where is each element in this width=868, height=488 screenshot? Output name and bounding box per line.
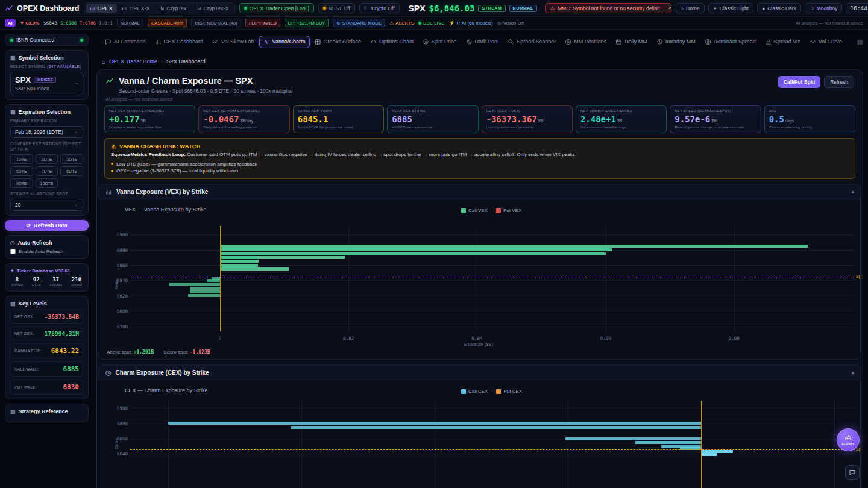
tab-ai-command[interactable]: AI Command (101, 36, 150, 48)
symbol-price-group: SPX $6,846.03 STREAM NORMAL (409, 4, 537, 13)
vision-toggle[interactable]: ◎Vision Off (497, 20, 524, 26)
theme-moonboy-button[interactable]: ☽Moonboy (805, 3, 843, 13)
y-tick-label: 6800 (106, 308, 128, 314)
columns-icon[interactable]: ▥ (857, 38, 863, 46)
dte-option-8dte[interactable]: 8DTE (60, 166, 83, 176)
close-icon[interactable]: ✕ (668, 5, 671, 11)
dte-option-3dte[interactable]: 3DTE (60, 154, 83, 164)
dte-option-9dte[interactable]: 9DTE (10, 178, 33, 188)
globe-icon (705, 39, 711, 45)
exposure-bar (701, 453, 717, 456)
trader-status-pill: OPEX Trader Open [LIVE] (239, 3, 314, 13)
symbol-select[interactable]: SPX INDICES S&P 500 Index ⌄ (10, 72, 83, 95)
strikes-select[interactable]: 20⌄ (10, 199, 83, 211)
tab-dark-pool[interactable]: Dark Pool (462, 36, 503, 48)
refresh-button[interactable]: Refresh (824, 76, 854, 88)
chat-button[interactable] (845, 465, 860, 480)
gridline (130, 408, 855, 408)
legend-item: Put CEX (496, 389, 522, 394)
ai-disclaimer: AI analysis — not financial advice (97, 94, 863, 102)
home-button[interactable]: ⌂Home (676, 3, 705, 13)
error-alert-banner: ⚠ MMC: Symbol not found or no security d… (545, 3, 671, 13)
vex-panel-header[interactable]: Vanna Exposure (VEX) by Strike ▴ (99, 184, 860, 199)
theme-classic-light-button[interactable]: ✦Classic Light (708, 3, 753, 13)
primary-expiration-select[interactable]: Feb 18, 2026 (1DTE)⌄ (10, 126, 83, 138)
cex-legend: Call CEXPut CEX (461, 389, 522, 394)
tab-spread-scanner[interactable]: Spread Scanner (503, 36, 560, 48)
auto-refresh-toggle[interactable]: Enable Auto-Refresh (10, 249, 83, 254)
metric-value: 0.5 (769, 114, 784, 124)
metric-value: -36373.367 (486, 114, 537, 124)
logo-chart-icon (5, 4, 14, 13)
tab-vol-curve[interactable]: Vol Curve (805, 36, 846, 48)
level-ratio: 1.0:1 (99, 20, 113, 26)
dte-option-6dte[interactable]: 6DTE (10, 166, 33, 176)
exposure-bar (220, 264, 258, 267)
tab-spot-price[interactable]: Spot Price (418, 36, 461, 48)
timer-icon: ◷ (10, 240, 15, 246)
metric-card-7: DTE 0.5days Charm accelerating rapidly (764, 105, 855, 133)
primary-expiration-label: PRIMARY EXPIRATION (10, 118, 83, 124)
tab-dominant-spread[interactable]: Dominant Spread (700, 36, 760, 48)
home-icon[interactable]: ⌂ (102, 58, 105, 65)
dte-option-2dte[interactable]: 2DTE (36, 154, 58, 164)
tab-spread-viz[interactable]: Spread Viz (761, 36, 805, 48)
app-tab-cryptex[interactable]: CrypTex (155, 4, 191, 13)
metric-label: NET SPEED (DGAMMA/DSPOT) (675, 109, 756, 113)
metric-card-6: NET SPEED (DGAMMA/DSPOT) 9.57e-6$B Rate … (670, 105, 761, 133)
metric-desc: Charm accelerating rapidly (769, 125, 851, 129)
metric-unit: $B (711, 119, 717, 123)
collapse-icon[interactable]: ▴ (851, 369, 854, 375)
ticker-stat-stocks: 210Stocks (71, 277, 82, 287)
auto-refresh-checkbox[interactable] (10, 249, 16, 254)
dte-option-7dte[interactable]: 7DTE (36, 166, 58, 176)
collapse-icon[interactable]: ▴ (851, 189, 854, 195)
bars-icon (90, 5, 95, 11)
app-tab-opex[interactable]: OPEX (86, 4, 117, 13)
app-tab-cryptex-x[interactable]: CrypTex-X (192, 4, 233, 13)
app-tab-opex-x[interactable]: OPEX-X (118, 4, 154, 13)
zero-axis-line (701, 401, 702, 488)
metric-label: NET VOMMA (DVEGA/DVOL) (580, 109, 662, 113)
symbol-ticker: SPX (15, 75, 31, 84)
refresh-data-button[interactable]: ⟳Refresh Data (5, 220, 89, 231)
call-put-split-button[interactable]: Call/Put Split (778, 76, 820, 88)
tab-greeks-surface[interactable]: Greeks Surface (310, 36, 366, 48)
gridline (348, 226, 349, 331)
tab-vanna-charm[interactable]: Vanna/Charm (259, 36, 310, 48)
dte-option-10dte[interactable]: 10DTE (36, 178, 58, 188)
tab-gex-dashboard[interactable]: GEX Dashboard (151, 36, 208, 48)
alert-text: MMC: Symbol not found or no security def… (558, 5, 664, 11)
theme-classic-dark-button[interactable]: ●Classic Dark (757, 3, 801, 13)
vex-panel: Vanna Exposure (VEX) by Strike ▴ VEX — V… (99, 184, 861, 360)
clock-icon (656, 39, 663, 45)
chevron-down-icon: ⌄ (74, 202, 78, 207)
vanna-crash-warning: ⚠VANNA CRASH RISK: WATCH SqueezeMetrics … (104, 138, 855, 179)
tab-options-chain[interactable]: Options Chain (366, 36, 418, 48)
metric-card-0: NET VEX (VANNA EXPOSURE) +0.177$B IV spi… (104, 105, 195, 133)
bell-icon: ⚠ (389, 20, 394, 26)
refresh-icon: ⟳ (26, 222, 31, 228)
rest-toggle-pill[interactable]: REST Off (318, 3, 355, 13)
standard-mode-badge: ⊕STANDARD MODE (333, 19, 385, 27)
down-arrow-icon: ▼ (20, 20, 25, 26)
alerts-indicator[interactable]: ⚠ALERTS (389, 20, 414, 26)
connection-status: IBKR Connected (5, 34, 89, 46)
exposure-bar (565, 437, 701, 440)
book-icon: ▥ (10, 408, 16, 414)
tab-mm-positions[interactable]: MM Positions (561, 36, 611, 48)
app-title: OPEX Dashboard (17, 4, 80, 13)
cex-panel-header[interactable]: ◷ Charm Exposure (CEX) by Strike ▴ (99, 365, 860, 380)
legend-swatch (496, 389, 501, 394)
metric-card-5: NET VOMMA (DVEGA/DVOL) 2.48e+1$B Vol exp… (576, 105, 667, 133)
y-tick-label: 6900 (106, 232, 128, 237)
tab-vol-skew-lab[interactable]: Vol Skew Lab (208, 36, 259, 48)
tab-daily-mm[interactable]: Daily MM (611, 36, 652, 48)
agents-button[interactable]: AGENTS (837, 428, 860, 451)
dte-option-1dte[interactable]: 1DTE (10, 154, 33, 164)
tab-intraday-mm[interactable]: Intraday MM (652, 36, 700, 48)
warning-bullet: Low DTE (0.5d) — gamma/charm acceleratio… (111, 161, 849, 167)
x-tick-label: 0.02 (343, 336, 354, 341)
crypto-toggle-pill[interactable]: ☾Crypto Off (359, 3, 400, 13)
breadcrumb-home-link[interactable]: OPEX Trader Home (109, 58, 157, 64)
